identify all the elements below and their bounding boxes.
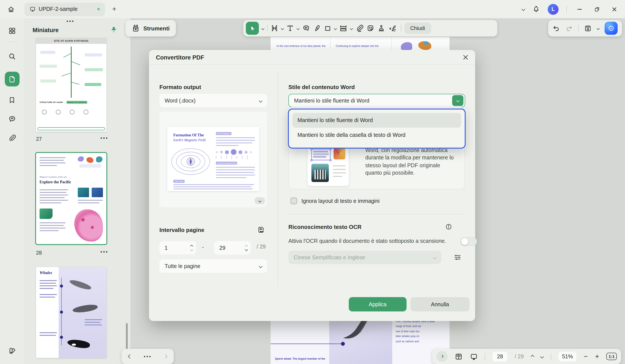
page-range-icon [257,226,265,234]
select-tool-menu[interactable] [261,27,264,30]
word-style-label: Stile del contenuto Word [288,84,355,90]
shape-tool-menu[interactable] [334,27,337,30]
preview-title2: Earth's Magnetic Field [173,138,205,142]
shape-tool-button[interactable] [324,25,331,32]
titlebar: UPDF-2-sample + L [0,0,625,18]
collapse-button[interactable] [437,351,447,362]
save-menu[interactable] [597,27,600,30]
tools-label: Strumenti [143,25,170,31]
thumbnail-page-27[interactable]: SITE OF AUXIN SYNTHESIS STRUCTURE OF AUX… [36,38,106,132]
thumb27-chip [40,51,55,54]
avatar[interactable]: L [548,4,559,15]
comment-tool-button[interactable] [302,24,310,32]
ocr-label: Riconoscimento testo OCR [288,224,362,230]
signature-tool-button[interactable] [388,24,398,32]
save-button[interactable] [584,25,592,32]
redo-button[interactable] [565,25,573,32]
thumbnail-page-29[interactable]: Whales [36,267,106,358]
doc-top-col2: Continuing to explore deeper into the [336,44,397,49]
preview-expand-button[interactable] [254,197,265,204]
word-style-select[interactable]: Mantieni lo stile fluente di Word [288,94,465,107]
actual-size-button[interactable]: 1:1 [606,353,617,360]
word-style-select-chevron[interactable] [452,95,464,106]
restore-icon [594,6,600,12]
attach-tool-button[interactable] [355,24,363,32]
thumb28-menu-button[interactable]: ••• [100,249,108,255]
pager-more-button[interactable]: ••• [144,353,152,360]
close-icon [463,54,469,60]
measure-tool-menu[interactable] [350,27,353,30]
present-button[interactable] [470,353,477,360]
prev-page-button[interactable] [531,355,534,358]
zoom-in-button[interactable]: + [595,353,599,360]
dialog-close-button[interactable] [461,53,470,62]
thumbnails-panel-button[interactable] [4,72,19,87]
page-range-settings-button[interactable] [256,225,266,235]
apps-grid-button[interactable] [4,24,19,38]
zoom-level-box[interactable]: 51% [559,352,576,361]
text-tool-menu[interactable] [297,27,299,30]
tools-button[interactable]: Strumenti [125,20,176,36]
two-page-view-button[interactable] [455,353,463,360]
search-button[interactable] [4,49,19,64]
document-tab[interactable]: UPDF-2-sample [24,2,105,16]
pager-next-button[interactable] [163,354,167,359]
word-style-option-1[interactable]: Mantieni lo stile fluente di Word [292,113,461,128]
word-style-option-2[interactable]: Mantieni lo stile della casella di testo… [292,128,461,143]
ocr-settings-button[interactable] [452,252,463,262]
page-to-input[interactable] [219,245,238,251]
add-tab-button[interactable]: + [109,3,120,15]
text-tool-button[interactable] [286,24,294,32]
ocr-language-select[interactable]: Cinese Semplificato e Inglese [288,251,441,264]
undo-button[interactable] [553,25,560,32]
pager-prev-button[interactable] [128,354,132,359]
swatch-button[interactable] [4,343,19,358]
search-icon [8,53,16,60]
notifications-icon [532,5,540,13]
comments-button[interactable] [4,112,19,126]
sticker-tool-button[interactable] [366,24,374,32]
page-from-increment[interactable] [190,245,193,248]
ai-assistant-button[interactable] [605,22,618,35]
measure-tool-button[interactable] [339,24,347,32]
current-page-box[interactable]: 28 [493,352,507,361]
notifications-button[interactable] [532,5,540,13]
attachments-button[interactable] [4,131,19,146]
page-from-field[interactable] [159,241,196,255]
pin-button[interactable] [110,26,118,34]
page-scope-select[interactable]: Tutte le pagine [159,259,267,273]
thumb27-menu-button[interactable]: ••• [100,135,108,141]
close-tools-button[interactable]: Chiudi [404,23,431,34]
close-window-button[interactable] [609,4,619,14]
stamp-tool-button[interactable] [377,24,385,32]
ocr-toggle[interactable] [460,237,477,246]
restore-button[interactable] [592,4,601,14]
output-format-select[interactable]: Word (.docx) [159,94,267,107]
page-from-decrement[interactable] [190,248,193,251]
page-to-increment[interactable] [245,245,248,248]
swatch-icon [8,346,16,355]
panel-drag-handle[interactable]: ••• [66,18,74,24]
page-to-field[interactable] [214,241,250,255]
page-from-input[interactable] [165,245,184,251]
cancel-button[interactable]: Annulla [410,297,469,311]
expand-icon [258,199,261,202]
apply-button[interactable]: Applica [349,297,406,311]
minimize-button[interactable] [575,4,584,14]
pen-tool-button[interactable] [313,24,321,32]
bookmarks-button[interactable] [4,92,19,107]
next-page-button[interactable] [540,355,544,358]
home-button[interactable] [4,3,17,16]
attachments-icon [8,134,16,142]
pen-tool-icon [313,24,321,32]
page-to-decrement[interactable] [245,248,248,251]
zoom-out-button[interactable]: − [584,353,588,360]
pin-icon [110,26,118,34]
ocr-info-button[interactable] [444,222,453,231]
ignore-layout-checkbox[interactable] [291,198,297,204]
select-tool-button[interactable] [246,22,259,35]
thumbnail-page-28[interactable]: Magical creatures of the sea. Explore th… [36,153,106,244]
heading-tool-button[interactable] [270,24,278,32]
window-menu-button[interactable] [522,8,525,10]
heading-tool-menu[interactable] [281,27,284,30]
